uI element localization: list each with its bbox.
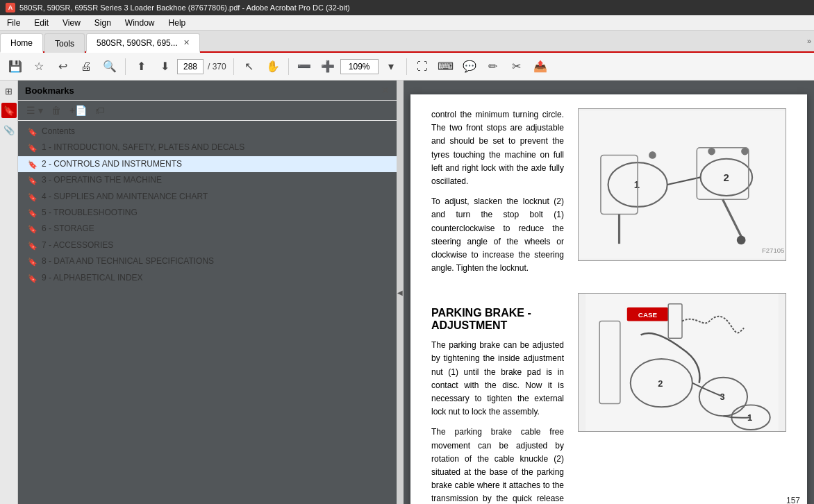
page-number: 157: [786, 496, 800, 504]
bookmark-item-4[interactable]: 🔖 4 - SUPPLIES AND MAINTENANCE CHART: [18, 189, 397, 205]
bookmark-icon: 🔖: [28, 224, 38, 235]
back-button[interactable]: ↩: [51, 56, 74, 78]
bookmark-label: Contents: [42, 126, 75, 137]
menu-view[interactable]: View: [56, 15, 88, 30]
bookmark-icon: 🔖: [28, 208, 38, 219]
body-paragraph-1: The parking brake can be adjusted by tig…: [431, 339, 564, 419]
bookmark-icon: 🔖: [28, 192, 38, 203]
menu-help[interactable]: Help: [162, 15, 193, 30]
intro-paragraph-1: control the minimum turning circle. The …: [431, 108, 564, 188]
section-title: PARKING BRAKE - ADJUSTMENT: [431, 307, 564, 332]
next-page-button[interactable]: ⬇: [153, 56, 176, 78]
bookmark-item-3[interactable]: 🔖 3 - OPERATING THE MACHINE: [18, 172, 397, 188]
bookmark-item-contents[interactable]: 🔖 Contents: [18, 124, 397, 140]
toolbar-separator-1: [125, 58, 126, 75]
brake-diagram-svg: CASE 2 3 1: [579, 294, 786, 431]
menu-window[interactable]: Window: [118, 15, 162, 30]
pdf-top-section: control the minimum turning circle. The …: [431, 108, 786, 282]
save-button[interactable]: 💾: [4, 56, 26, 78]
tab-document-label: 580SR, 590SR, 695...: [97, 38, 178, 48]
keyboard-button[interactable]: ⌨: [435, 56, 457, 78]
tab-home-label: Home: [10, 38, 33, 48]
redact-button[interactable]: ✂: [506, 56, 528, 78]
bookmark-item-2[interactable]: 🔖 2 - CONTROLS AND INSTRUMENTS: [18, 156, 397, 172]
bookmark-icon: 🔖: [28, 274, 38, 284]
pdf-page: control the minimum turning circle. The …: [410, 94, 807, 504]
steering-diagram-svg: 1 2 F27: [579, 109, 786, 260]
tab-tools[interactable]: Tools: [44, 33, 85, 53]
bookmarks-list: 🔖 Contents 🔖 1 - INTRODUCTION, SAFETY, P…: [18, 121, 397, 504]
bookmark-label: 3 - OPERATING THE MACHINE: [42, 174, 162, 186]
tab-close-button[interactable]: ✕: [183, 38, 190, 47]
pdf-intro-text: control the minimum turning circle. The …: [431, 108, 564, 282]
bookmark-item-9[interactable]: 🔖 9 - ALPHABETICAL INDEX: [18, 270, 397, 286]
sidebar-icon-attachments[interactable]: 📎: [1, 122, 17, 137]
sidebar-icon-bookmarks[interactable]: 🔖: [1, 103, 17, 118]
body-paragraph-2: The parking brake cable free movement ca…: [431, 426, 564, 504]
bookmarks-options-button[interactable]: ☰ ▾: [24, 103, 46, 117]
bookmark-item-6[interactable]: 🔖 6 - STORAGE: [18, 221, 397, 237]
bookmarks-properties-button[interactable]: 🏷: [92, 103, 108, 117]
bookmarks-add-button[interactable]: +📄: [67, 103, 90, 117]
bookmark-label: 7 - ACCESSORIES: [42, 240, 113, 251]
pdf-body-text: PARKING BRAKE - ADJUSTMENT The parking b…: [431, 293, 564, 504]
toolbar-separator-4: [406, 58, 407, 75]
bookmarks-delete-button[interactable]: 🗑: [49, 103, 64, 117]
svg-text:1: 1: [634, 179, 640, 190]
svg-point-11: [649, 151, 656, 159]
bookmark-label: 9 - ALPHABETICAL INDEX: [42, 272, 143, 284]
tab-home[interactable]: Home: [0, 33, 43, 53]
prev-page-button[interactable]: ⬆: [130, 56, 152, 78]
svg-text:2: 2: [724, 172, 729, 183]
title-bar: A 580SR, 590SR, 695SR Series 3 Loader Ba…: [0, 0, 814, 15]
comment-button[interactable]: 💬: [458, 56, 481, 78]
tab-bar: Home Tools 580SR, 590SR, 695... ✕ »: [0, 31, 814, 53]
bookmark-item-5[interactable]: 🔖 5 - TROUBLESHOOTING: [18, 205, 397, 221]
zoom-input[interactable]: [340, 59, 379, 74]
page-number-input[interactable]: [177, 59, 204, 74]
svg-text:CASE: CASE: [638, 311, 658, 319]
tab-tools-label: Tools: [55, 39, 74, 49]
fit-page-button[interactable]: ⛶: [411, 56, 433, 78]
zoom-in-button[interactable]: ➕: [317, 56, 339, 78]
print-button[interactable]: 🖨: [75, 56, 97, 78]
sidebar: ⊞ 🔖 📎 Bookmarks ✕ ☰ ▾ 🗑 +📄 🏷 🔖 Contents: [0, 81, 397, 504]
bookmark-item-8[interactable]: 🔖 8 - DATA AND TECHNICAL SPECIFICATIONS: [18, 253, 397, 269]
share-button[interactable]: 📤: [529, 56, 551, 78]
pdf-image-1: 1 2 F27: [578, 108, 786, 261]
bookmarks-close-button[interactable]: ✕: [381, 85, 390, 96]
page-total-label: / 370: [208, 62, 226, 72]
zoom-dropdown-button[interactable]: ▾: [380, 56, 402, 78]
find-button[interactable]: 🔍: [99, 56, 121, 78]
hand-tool-button[interactable]: ✋: [262, 56, 284, 78]
bookmark-label: 4 - SUPPLIES AND MAINTENANCE CHART: [42, 191, 208, 203]
bookmark-item-7[interactable]: 🔖 7 - ACCESSORIES: [18, 237, 397, 253]
zoom-out-button[interactable]: ➖: [293, 56, 315, 78]
svg-point-12: [708, 148, 715, 156]
bookmark-icon: 🔖: [28, 257, 38, 267]
bookmark-item-1[interactable]: 🔖 1 - INTRODUCTION, SAFETY, PLATES AND D…: [18, 140, 397, 156]
highlight-button[interactable]: ✏: [482, 56, 504, 78]
sidebar-collapse-handle[interactable]: ◀: [397, 81, 404, 504]
tab-document[interactable]: 580SR, 590SR, 695... ✕: [86, 33, 200, 53]
tab-overflow-button[interactable]: »: [807, 37, 811, 45]
bookmark-icon: 🔖: [28, 160, 38, 170]
bookmark-label: 6 - STORAGE: [42, 223, 94, 235]
toolbar: 💾 ☆ ↩ 🖨 🔍 ⬆ ⬇ / 370 ↖ ✋ ➖ ➕ ▾ ⛶ ⌨ 💬 ✏ ✂ …: [0, 53, 814, 81]
bookmark-label: 1 - INTRODUCTION, SAFETY, PLATES AND DEC…: [42, 142, 244, 153]
menu-file[interactable]: File: [0, 15, 27, 30]
menu-edit[interactable]: Edit: [27, 15, 56, 30]
menu-sign[interactable]: Sign: [88, 15, 118, 30]
bookmark-button[interactable]: ☆: [28, 56, 50, 78]
pdf-area[interactable]: control the minimum turning circle. The …: [404, 81, 814, 504]
intro-paragraph-2: To adjust, slacken the locknut (2) and t…: [431, 195, 564, 275]
bookmark-icon: 🔖: [28, 241, 38, 251]
cursor-tool-button[interactable]: ↖: [238, 56, 260, 78]
svg-text:F27105: F27105: [762, 246, 784, 254]
pdf-image-2: CASE 2 3 1: [578, 293, 786, 432]
pdf-image-1-container: 1 2 F27: [578, 108, 786, 282]
bookmark-label: 5 - TROUBLESHOOTING: [42, 207, 138, 219]
window-title: 580SR, 590SR, 695SR Series 3 Loader Back…: [19, 3, 350, 12]
sidebar-icon-strip: ⊞ 🔖 📎: [0, 81, 18, 504]
sidebar-icon-page-thumbnails[interactable]: ⊞: [1, 83, 17, 99]
